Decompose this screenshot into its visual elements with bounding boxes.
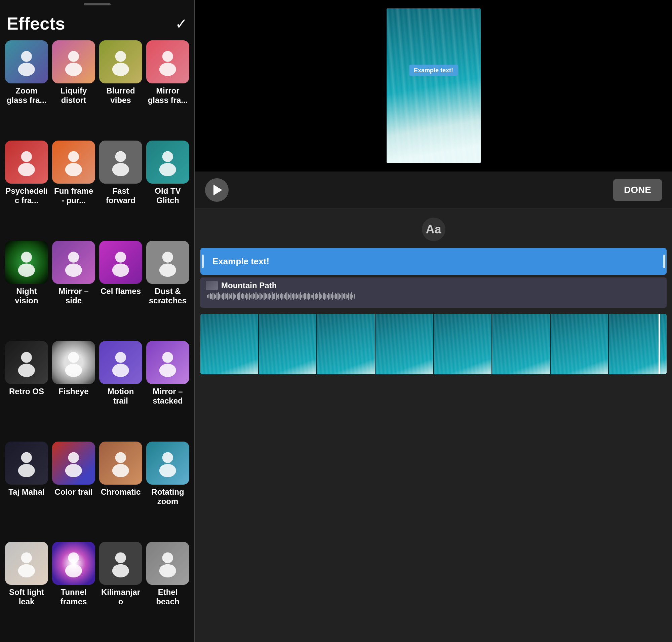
effect-thumb-blurred xyxy=(99,40,142,84)
video-thumb-frame xyxy=(492,314,550,374)
effect-item-mirror-stacked[interactable]: Mirror – stacked xyxy=(146,341,190,438)
effects-title: Effects xyxy=(7,13,65,34)
waveform-bar xyxy=(346,294,347,299)
effect-item-blurred[interactable]: Blurred vibes xyxy=(99,40,143,137)
waveform-bar xyxy=(340,295,341,298)
effect-item-fast-forward[interactable]: Fast forward xyxy=(99,141,143,237)
done-button[interactable]: DONE xyxy=(613,179,662,201)
effect-item-fun-frame[interactable]: Fun frame - pur... xyxy=(52,141,95,237)
effect-thumb-rotating xyxy=(146,441,189,485)
svg-point-18 xyxy=(68,252,79,262)
svg-point-45 xyxy=(112,564,129,577)
effect-item-tunnel[interactable]: Tunnel frames xyxy=(52,542,95,639)
svg-point-44 xyxy=(115,553,126,563)
audio-track[interactable]: Mountain Path xyxy=(201,278,667,308)
play-button[interactable] xyxy=(205,178,229,202)
checkmark-icon[interactable]: ✓ xyxy=(175,15,188,32)
waveform-bar xyxy=(211,294,212,299)
effect-thumb-chromatic xyxy=(99,441,142,485)
svg-point-6 xyxy=(163,51,173,62)
effect-label-psychedelic: Psychedelic fra... xyxy=(5,186,48,205)
effect-label-zoom-glass: Zoom glass fra... xyxy=(5,86,48,105)
effect-item-dust[interactable]: Dust & scratches xyxy=(146,241,190,338)
effect-item-retro[interactable]: Retro OS xyxy=(5,341,48,438)
video-thumb-frame xyxy=(259,314,317,374)
waveform-bar xyxy=(350,294,351,299)
effect-thumb-mirror-side xyxy=(52,241,95,284)
waveform-bar xyxy=(343,294,344,298)
effect-item-mirror-glass[interactable]: Mirror glass fra... xyxy=(146,40,190,137)
svg-point-16 xyxy=(21,252,32,262)
svg-point-23 xyxy=(159,263,176,277)
effect-label-color-trail: Color trail xyxy=(54,487,92,497)
effect-item-ethel[interactable]: Ethel beach xyxy=(146,542,190,639)
effect-item-night-vision[interactable]: Night vision xyxy=(5,241,48,338)
waveform-bar xyxy=(327,295,328,298)
waveform-bar xyxy=(317,294,318,298)
waveform-bar xyxy=(221,295,221,298)
effect-label-retro: Retro OS xyxy=(9,387,44,396)
effect-thumb-fast-forward xyxy=(99,141,142,184)
effect-item-liquify[interactable]: Liquify distort xyxy=(52,40,95,137)
effect-item-kilimanjaro[interactable]: Kilimanjaro xyxy=(99,542,143,639)
waveform-bar xyxy=(334,295,335,298)
effect-item-soft-light[interactable]: Soft light leak xyxy=(5,542,48,639)
waveform-bar xyxy=(313,293,314,300)
audio-title-text: Mountain Path xyxy=(221,281,277,290)
effect-item-old-tv[interactable]: Old TV Glitch xyxy=(146,141,190,237)
svg-point-37 xyxy=(112,464,129,477)
timeline-area: Aa Example text! Mountain Path xyxy=(195,209,672,642)
scroll-indicator xyxy=(84,3,111,5)
effect-item-rotating[interactable]: Rotating zoom xyxy=(146,441,190,538)
svg-point-43 xyxy=(65,564,82,577)
effect-thumb-psychedelic xyxy=(5,141,48,184)
waveform-bar xyxy=(227,293,228,300)
waveform-bar xyxy=(347,295,348,298)
effect-label-dust: Dust & scratches xyxy=(146,286,189,305)
effect-item-chromatic[interactable]: Chromatic xyxy=(99,441,143,538)
svg-point-33 xyxy=(18,464,35,477)
waveform-bar xyxy=(325,294,326,299)
waveform-bar xyxy=(341,293,343,300)
waveform-bar xyxy=(257,294,258,299)
video-thumb-frame xyxy=(434,314,492,374)
waveform-bar xyxy=(354,294,355,299)
waveform-bar xyxy=(212,293,214,300)
effect-thumb-cel-flames xyxy=(99,241,142,284)
example-text-overlay[interactable]: Example text! xyxy=(409,65,458,76)
effect-item-fisheye[interactable]: Fisheye xyxy=(52,341,95,438)
waveform-bar xyxy=(243,294,244,299)
waveform-bar xyxy=(259,293,260,300)
effect-item-mirror-side[interactable]: Mirror – side xyxy=(52,241,95,338)
effect-item-cel-flames[interactable]: Cel flames xyxy=(99,241,143,338)
waveform-bar xyxy=(226,294,227,298)
text-clip[interactable]: Example text! xyxy=(201,248,667,275)
text-clip-handle-right[interactable] xyxy=(663,255,665,268)
effect-item-taj[interactable]: Taj Mahal xyxy=(5,441,48,538)
effect-item-zoom-glass[interactable]: Zoom glass fra... xyxy=(5,40,48,137)
waveform-bar xyxy=(207,295,208,298)
effect-item-motion-trail[interactable]: Motion trail xyxy=(99,341,143,438)
svg-point-32 xyxy=(21,452,32,463)
waveform-bar xyxy=(289,295,290,298)
waveform-bar xyxy=(300,292,301,300)
waveform-bar xyxy=(339,294,340,299)
waveform-bar xyxy=(307,294,308,299)
waveform-bar xyxy=(274,293,275,299)
waveform-bar xyxy=(315,294,316,299)
video-thumb-frame xyxy=(609,314,667,374)
svg-point-34 xyxy=(68,452,79,463)
effect-label-fisheye: Fisheye xyxy=(59,387,88,396)
waveform-bar xyxy=(296,293,297,299)
effect-label-soft-light: Soft light leak xyxy=(5,588,48,606)
waveform-bar xyxy=(251,294,253,299)
effect-thumb-motion-trail xyxy=(99,341,142,384)
effect-item-psychedelic[interactable]: Psychedelic fra... xyxy=(5,141,48,237)
effect-label-mirror-stacked: Mirror – stacked xyxy=(146,387,189,406)
waveform-bar xyxy=(218,292,219,300)
effect-label-fast-forward: Fast forward xyxy=(99,186,142,205)
text-clip-handle-left[interactable] xyxy=(202,255,204,268)
waveform-bar xyxy=(219,294,220,299)
effect-item-color-trail[interactable]: Color trail xyxy=(52,441,95,538)
waveform-bar xyxy=(309,294,310,299)
